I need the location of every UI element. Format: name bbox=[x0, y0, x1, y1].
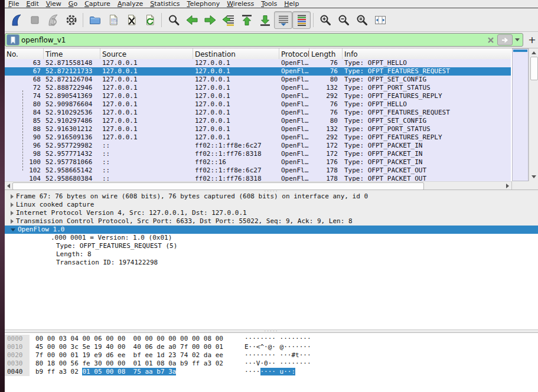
packet-cell-time: 52.872121733 bbox=[44, 67, 100, 76]
detail-row[interactable]: Length: 8 bbox=[5, 250, 538, 259]
scroll-up-button[interactable] bbox=[529, 49, 538, 56]
zoom-original-button[interactable] bbox=[353, 11, 371, 29]
menu-item-statistics[interactable]: Statistics bbox=[146, 0, 183, 8]
hex-row[interactable]: 003080 18 00 56 fe 30 00 00 01 01 08 0a … bbox=[5, 360, 538, 368]
hex-row[interactable]: 001045 00 00 3c 5e 19 40 00 40 06 de a0 … bbox=[5, 343, 538, 351]
reload-file-button[interactable] bbox=[141, 11, 159, 29]
menu-item-telephony[interactable]: Telephony bbox=[184, 0, 224, 8]
menu-item-go[interactable]: Go bbox=[65, 0, 81, 8]
detail-text: OpenFlow 1.0 bbox=[18, 226, 64, 233]
column-header-destination[interactable]: Destination bbox=[193, 48, 279, 59]
hex-row[interactable]: 00207f 00 00 01 19 e9 d6 ee bf ee 1d 23 … bbox=[5, 351, 538, 360]
resize-columns-button[interactable] bbox=[371, 11, 389, 29]
packet-list-horizontal-scrollbar[interactable] bbox=[5, 181, 511, 190]
scroll-down-button[interactable] bbox=[529, 173, 538, 180]
restart-capture-button[interactable] bbox=[44, 11, 62, 29]
packet-row[interactable]: 9852.957771432::ff02::1:ff76:8318OpenFlo… bbox=[5, 150, 511, 158]
filter-dropdown-icon[interactable] bbox=[515, 38, 520, 41]
column-header-no[interactable]: No. bbox=[5, 48, 44, 59]
detail-row[interactable]: Type: OFPT_FEATURES_REQUEST (5) bbox=[5, 242, 538, 250]
menu-item-wireless[interactable]: Wireless bbox=[223, 0, 257, 8]
auto-scroll-toggle-button[interactable] bbox=[274, 11, 292, 29]
packet-row[interactable]: 8452.910292536127.0.0.1127.0.0.1OpenFlow… bbox=[5, 109, 511, 117]
pane-splitter[interactable]: ····· bbox=[5, 329, 538, 333]
scroll-left-button[interactable] bbox=[5, 182, 12, 190]
find-packet-button[interactable] bbox=[164, 11, 182, 29]
go-back-button[interactable] bbox=[182, 11, 201, 29]
packet-row[interactable]: 7252.888722946127.0.0.1127.0.0.1OpenFlow… bbox=[5, 84, 511, 92]
packet-row[interactable]: 8052.909876604127.0.0.1127.0.0.1OpenFlow… bbox=[5, 100, 511, 109]
menu-item-file[interactable]: File bbox=[5, 0, 22, 8]
filter-clear-button[interactable] bbox=[485, 35, 496, 45]
intelligent-scrollbar-minimap[interactable] bbox=[512, 48, 529, 181]
desktop-background-strip bbox=[0, 0, 5, 392]
auto-scroll-icon bbox=[276, 13, 291, 27]
packet-row[interactable]: 10052.957781066::ff02::16OpenFlow176Type… bbox=[5, 158, 511, 166]
packet-row[interactable]: 8852.916301212127.0.0.1127.0.0.1OpenFlow… bbox=[5, 125, 511, 133]
start-capture-button[interactable] bbox=[7, 11, 25, 29]
horizontal-scrollbar-thumb[interactable] bbox=[12, 182, 424, 190]
menu-item-edit[interactable]: Edit bbox=[22, 0, 42, 8]
filter-bookmark-button[interactable] bbox=[6, 34, 19, 45]
expand-icon[interactable] bbox=[11, 194, 14, 199]
vertical-scrollbar-thumb[interactable] bbox=[530, 57, 538, 80]
zoom-in-button[interactable] bbox=[316, 11, 334, 29]
go-to-packet-button[interactable] bbox=[219, 11, 237, 29]
packet-cell-no: 102 bbox=[5, 166, 44, 175]
packet-row[interactable]: 8552.910297486127.0.0.1127.0.0.1OpenFlow… bbox=[5, 117, 511, 125]
column-header-protocol[interactable]: Protocol bbox=[279, 48, 309, 59]
detail-text: Linux cooked capture bbox=[16, 201, 94, 208]
detail-row[interactable]: Transmission Control Protocol, Src Port:… bbox=[5, 217, 538, 226]
packet-cell-destination: 127.0.0.1 bbox=[193, 92, 279, 100]
menu-item-help[interactable]: Help bbox=[281, 0, 302, 8]
go-forward-button[interactable] bbox=[201, 11, 219, 29]
stop-capture-button[interactable] bbox=[25, 11, 44, 29]
detail-row[interactable]: Linux cooked capture bbox=[5, 201, 538, 209]
menu-item-view[interactable]: View bbox=[43, 0, 65, 8]
zoom-out-button[interactable] bbox=[334, 11, 353, 29]
filter-apply-button[interactable] bbox=[497, 34, 513, 45]
detail-row[interactable]: .000 0001 = Version: 1.0 (0x01) bbox=[5, 234, 538, 242]
display-filter-input[interactable]: openflow_v1 bbox=[5, 33, 523, 47]
menu-item-capture[interactable]: Capture bbox=[81, 0, 114, 8]
packet-row[interactable]: 6352.871558148127.0.0.1127.0.0.1OpenFlow… bbox=[5, 59, 511, 67]
packet-list-vertical-scrollbar[interactable] bbox=[529, 48, 538, 181]
expand-icon[interactable] bbox=[11, 219, 14, 224]
expand-icon[interactable] bbox=[11, 211, 14, 215]
packet-cell-info: Type: OFPT_PORT_STATUS bbox=[343, 84, 510, 92]
filter-bar: openflow_v1 + bbox=[5, 32, 538, 48]
menu-item-tools[interactable]: Tools bbox=[257, 0, 281, 8]
pane-splitter[interactable]: ····· bbox=[5, 190, 538, 192]
packet-row[interactable]: 10452.958680384::ff02::1:ff76:8318OpenFl… bbox=[5, 175, 511, 181]
add-filter-button[interactable]: + bbox=[527, 35, 537, 45]
packet-row[interactable]: 6852.872126704127.0.0.1127.0.0.1OpenFlow… bbox=[5, 76, 511, 84]
collapse-icon[interactable] bbox=[11, 228, 15, 231]
detail-row[interactable]: OpenFlow 1.0 bbox=[5, 226, 538, 234]
packet-row[interactable]: 7452.890541369127.0.0.1127.0.0.1OpenFlow… bbox=[5, 92, 511, 100]
go-to-bottom-button[interactable] bbox=[256, 11, 274, 29]
menu-item-analyze[interactable]: Analyze bbox=[114, 0, 146, 8]
hex-row[interactable]: 0040b9 ff a3 02 01 05 00 08 75 aa b7 3a·… bbox=[5, 368, 538, 376]
colorize-toggle-button[interactable] bbox=[292, 11, 311, 29]
column-header-source[interactable]: Source bbox=[100, 48, 193, 59]
packet-cell-protocol: OpenFlow bbox=[279, 142, 309, 150]
search-icon bbox=[167, 13, 181, 27]
capture-options-button[interactable] bbox=[62, 11, 80, 29]
hex-row[interactable]: 000000 00 03 04 00 06 00 00 00 00 00 00 … bbox=[5, 335, 538, 343]
detail-row[interactable]: Transaction ID: 1974122298 bbox=[5, 259, 538, 267]
expand-icon[interactable] bbox=[11, 202, 14, 207]
packet-row[interactable]: 10252.958665142::ff02::1:ff8e:6c27OpenFl… bbox=[5, 166, 511, 175]
column-header-time[interactable]: Time bbox=[44, 48, 100, 59]
packet-row[interactable]: 9652.957729982::ff02::1:ff8e:6c27OpenFlo… bbox=[5, 142, 511, 150]
packet-cell-destination: ff02::1:ff8e:6c27 bbox=[193, 142, 279, 150]
column-header-info[interactable]: Info bbox=[343, 48, 510, 59]
scroll-right-button[interactable] bbox=[504, 182, 511, 190]
save-file-button[interactable]: 010101100111 bbox=[104, 11, 122, 29]
packet-row[interactable]: 9052.916509136127.0.0.1127.0.0.1OpenFlow… bbox=[5, 133, 511, 142]
go-to-top-button[interactable] bbox=[237, 11, 256, 29]
column-header-length[interactable]: Length bbox=[309, 48, 343, 59]
detail-row[interactable]: Internet Protocol Version 4, Src: 127.0.… bbox=[5, 209, 538, 217]
close-file-button[interactable] bbox=[122, 11, 141, 29]
packet-row[interactable]: 6752.872121733127.0.0.1127.0.0.1OpenFlow… bbox=[5, 67, 511, 76]
open-file-button[interactable] bbox=[86, 11, 104, 29]
